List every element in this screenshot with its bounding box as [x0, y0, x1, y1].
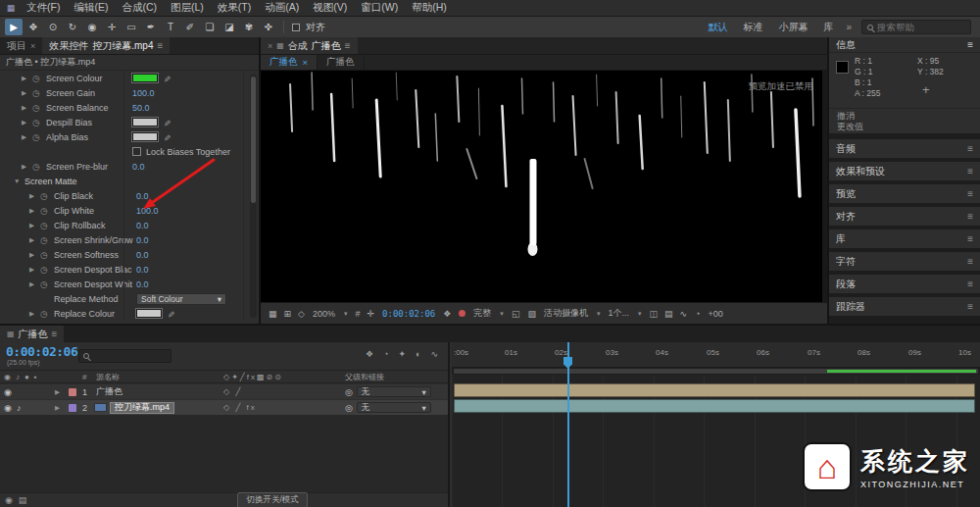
- panel-menu-icon[interactable]: ≡: [967, 143, 973, 154]
- twirl-icon[interactable]: ▶: [22, 75, 32, 82]
- effect-property-row[interactable]: ▶ ◷ Screen Shrink/Grow 0.0: [0, 232, 259, 247]
- menu-layer[interactable]: 图层(L): [164, 0, 211, 16]
- camera-view-select[interactable]: 活动摄像机 ▾: [544, 307, 601, 320]
- comp-mini-flowchart-icon[interactable]: ❖: [366, 349, 373, 359]
- property-value[interactable]: 100.0: [132, 88, 155, 98]
- mask-visibility-icon[interactable]: ◇: [298, 309, 305, 319]
- panel-tab-effects-presets[interactable]: 效果和预设 ≡: [829, 162, 980, 180]
- timeline-search-input[interactable]: [93, 351, 162, 361]
- menu-file[interactable]: 文件(F): [20, 0, 67, 16]
- current-timecode[interactable]: 0:00:02:06: [6, 344, 77, 359]
- effect-property-row[interactable]: ▶ ◷ Screen Despot Blac 0.0: [0, 262, 259, 277]
- effect-property-row[interactable]: ▶ ◷ Replace Colour ✐: [0, 306, 259, 321]
- transparency-grid-icon[interactable]: ▨: [527, 309, 536, 319]
- alpha-bias-swatch[interactable]: [132, 132, 158, 141]
- stopwatch-icon[interactable]: ◷: [32, 162, 46, 172]
- eyedropper-icon[interactable]: ✐: [164, 74, 172, 83]
- tab-effect-controls[interactable]: 效果控件 控刀绿幕.mp4 ≡: [42, 37, 170, 54]
- panel-menu-icon[interactable]: ≡: [967, 279, 973, 289]
- tab-project[interactable]: 项目 ×: [0, 37, 42, 54]
- screen-colour-swatch[interactable]: [132, 74, 158, 82]
- panel-menu-icon[interactable]: ≡: [967, 211, 973, 222]
- stopwatch-icon[interactable]: ◷: [32, 132, 46, 142]
- panel-menu-icon[interactable]: ≡: [967, 256, 973, 267]
- hand-tool[interactable]: ✥: [24, 19, 42, 35]
- parent-dropdown[interactable]: 无 ▾: [357, 402, 431, 413]
- motion-blur-icon[interactable]: ◐: [416, 349, 420, 359]
- scrollbar-thumb[interactable]: [251, 76, 256, 203]
- pixel-aspect-icon[interactable]: ◫: [649, 309, 658, 319]
- stopwatch-icon[interactable]: ◷: [40, 206, 54, 216]
- graph-editor-icon[interactable]: ∿: [430, 349, 438, 359]
- layer-label-chip[interactable]: [69, 388, 76, 396]
- eyedropper-icon[interactable]: ✐: [164, 132, 172, 142]
- stopwatch-icon[interactable]: ◷: [32, 118, 46, 127]
- guides-icon[interactable]: ✛: [368, 309, 375, 319]
- type-tool[interactable]: T: [162, 19, 179, 35]
- menu-window[interactable]: 窗口(W): [354, 0, 405, 16]
- menu-edit[interactable]: 编辑(E): [67, 0, 115, 16]
- panel-tab-paragraph[interactable]: 段落 ≡: [829, 275, 980, 293]
- fast-preview-icon[interactable]: ∿: [679, 309, 687, 319]
- panel-menu-icon[interactable]: ≡: [967, 233, 973, 244]
- exposure-icon[interactable]: ◔: [695, 309, 700, 319]
- menu-view[interactable]: 视图(V): [306, 0, 354, 16]
- twirl-icon[interactable]: ▶: [22, 89, 32, 97]
- panel-menu-icon[interactable]: ≡: [967, 39, 973, 50]
- layer-duration-bar-1[interactable]: [454, 383, 975, 397]
- property-value[interactable]: 0.0: [136, 279, 149, 289]
- pickwhip-icon[interactable]: ◎: [345, 403, 353, 413]
- effect-property-row[interactable]: ▶ ◷ Screen Balance 50.0: [0, 100, 259, 115]
- close-icon[interactable]: ×: [303, 57, 309, 68]
- grid-icon[interactable]: ⊞: [284, 309, 292, 319]
- effect-property-row[interactable]: ▶ ◷ Screen Softness 0.0: [0, 247, 259, 262]
- eyedropper-icon[interactable]: ✐: [168, 309, 175, 319]
- layer-row-2[interactable]: ◉ ♪ ▶ 2 控刀绿幕.mp4 ◇ ╱ fx ◎ 无 ▾: [0, 400, 448, 415]
- roto-brush-tool[interactable]: ✾: [240, 19, 258, 35]
- menu-effect[interactable]: 效果(T): [211, 0, 258, 16]
- property-value[interactable]: 0.0: [136, 235, 149, 245]
- stopwatch-icon[interactable]: ◷: [40, 221, 54, 230]
- workspace-default[interactable]: 默认: [701, 21, 734, 34]
- composition-frame[interactable]: [261, 71, 822, 302]
- magnification-select[interactable]: 200% ▾: [313, 309, 348, 319]
- timeline-button-icon[interactable]: ▤: [664, 309, 673, 319]
- property-value[interactable]: 0.0: [136, 250, 149, 260]
- despill-bias-swatch[interactable]: [132, 118, 158, 127]
- pickwhip-icon[interactable]: ◎: [345, 387, 353, 397]
- viewer-tab[interactable]: 广播色: [318, 55, 365, 70]
- property-value[interactable]: 0.0: [136, 265, 149, 275]
- panel-menu-icon[interactable]: ≡: [967, 166, 973, 177]
- stopwatch-icon[interactable]: ◷: [40, 265, 54, 275]
- pan-behind-tool[interactable]: ✛: [103, 19, 121, 35]
- workspace-small-screen[interactable]: 小屏幕: [771, 21, 814, 34]
- effect-property-row[interactable]: ▶ ◷ Despill Bias ✐: [0, 115, 259, 129]
- audio-icon[interactable]: ♪: [17, 400, 22, 415]
- time-ruler[interactable]: :00s 01s 02s 03s 04s 05s 06s 07s 08s 09s…: [452, 342, 980, 368]
- help-search-input[interactable]: [877, 22, 959, 32]
- clone-stamp-tool[interactable]: ❏: [201, 19, 219, 35]
- panel-menu-icon[interactable]: ≡: [158, 40, 164, 51]
- twirl-icon[interactable]: ▶: [29, 207, 40, 215]
- effects-scrollbar[interactable]: [250, 75, 257, 318]
- panel-menu-icon[interactable]: ≡: [967, 301, 973, 312]
- hide-shy-icon[interactable]: ◔: [383, 349, 388, 359]
- replace-method-dropdown[interactable]: Soft Colour ▾: [136, 293, 226, 305]
- exposure-value[interactable]: +00: [708, 309, 722, 319]
- snapshot-icon[interactable]: ❖: [443, 309, 451, 319]
- info-panel-header[interactable]: 信息 ≡: [829, 37, 980, 53]
- workspace-libraries[interactable]: 库: [816, 21, 840, 34]
- panel-tab-align[interactable]: 对齐 ≡: [829, 207, 980, 226]
- twirl-icon[interactable]: ▶: [22, 163, 32, 171]
- stopwatch-icon[interactable]: ◷: [40, 191, 54, 201]
- effect-property-row[interactable]: Replace Method Soft Colour ▾: [0, 291, 259, 306]
- eye-icon[interactable]: ◉: [4, 400, 12, 415]
- twirl-icon[interactable]: ▶: [29, 280, 40, 288]
- tab-composition[interactable]: × ▦ 合成 广播色 ≡: [261, 37, 358, 54]
- toggle-switches-modes-button[interactable]: 切换开关/模式: [237, 492, 307, 507]
- panel-tab-tracker[interactable]: 跟踪器 ≡: [829, 297, 980, 316]
- layer-row-1[interactable]: ◉ ▶ 1 广播色 ◇ ╱ ◎ 无 ▾: [0, 384, 448, 399]
- panel-tab-character[interactable]: 字符 ≡: [829, 252, 980, 271]
- eraser-tool[interactable]: ◪: [220, 19, 238, 35]
- brush-tool[interactable]: ✐: [181, 19, 199, 35]
